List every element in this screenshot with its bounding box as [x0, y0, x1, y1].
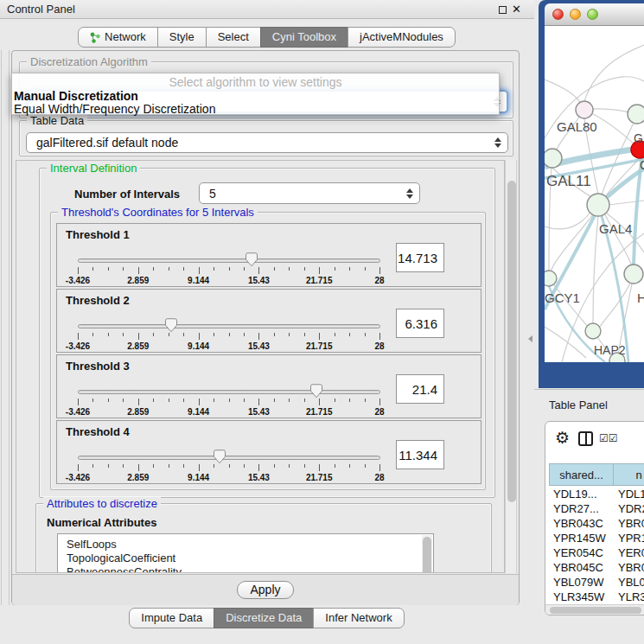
- tab-select[interactable]: Select: [206, 27, 261, 48]
- table-panel-title: Table Panel: [549, 399, 608, 411]
- algorithm-dropdown-popup: Select algorithm to view settings Manual…: [11, 73, 500, 115]
- network-canvas[interactable]: GAL80GACGAL11GAL4GCY1HHAP2: [545, 26, 644, 362]
- tick-mark: [365, 464, 366, 468]
- scrollbar-thumb[interactable]: [507, 181, 516, 502]
- network-node-green[interactable]: [545, 271, 557, 286]
- node-label: C: [640, 158, 644, 172]
- splitter-collapse-icon[interactable]: [528, 335, 532, 342]
- attribute-item[interactable]: BetweennessCentrality: [58, 565, 433, 573]
- table-row[interactable]: YLR345WYLR3: [549, 590, 644, 605]
- slider-track[interactable]: [78, 258, 380, 263]
- tick-mark: [304, 267, 305, 271]
- threshold-value-field[interactable]: [396, 243, 444, 272]
- tick-mark: [229, 464, 230, 468]
- table-rows: YDL19...YDL1YDR27...YDR2YBR043CYBR0YPR14…: [549, 488, 644, 615]
- threshold-value-field[interactable]: [396, 309, 444, 338]
- table-row[interactable]: YBR045CYBR0: [549, 561, 644, 576]
- node-label: HAP2: [594, 343, 626, 357]
- tick-label: 9.144: [188, 276, 209, 285]
- tick-mark: [108, 333, 109, 336]
- tab-network[interactable]: Network: [78, 27, 158, 48]
- tab-impute-data[interactable]: Impute Data: [129, 608, 214, 628]
- node-label: GCY1: [545, 290, 580, 305]
- tick-mark: [244, 399, 245, 402]
- tick-mark: [78, 333, 79, 340]
- table-row[interactable]: YPR145WYPR1: [549, 532, 644, 546]
- tab-discretize-data[interactable]: Discretize Data: [214, 608, 314, 628]
- cell-name: YDR2: [618, 502, 644, 515]
- tick-mark: [229, 333, 230, 336]
- close-traffic-light-icon[interactable]: [552, 9, 564, 20]
- settings-vertical-scrollbar[interactable]: [505, 160, 517, 573]
- table-data-select[interactable]: galFiltered.sif default node: [26, 132, 508, 153]
- tick-mark: [214, 399, 214, 402]
- apply-button[interactable]: Apply: [237, 581, 294, 599]
- network-node-green[interactable]: [628, 105, 644, 124]
- column-header-shared-name[interactable]: shared...: [549, 463, 614, 486]
- attribute-item[interactable]: SelfLoops: [58, 538, 433, 552]
- number-of-intervals-select[interactable]: 5: [199, 182, 420, 204]
- float-window-icon[interactable]: [499, 6, 507, 14]
- scrollbar-thumb[interactable]: [550, 607, 641, 614]
- tab-infer-network[interactable]: Infer Network: [313, 608, 404, 628]
- tab-cyni-toolbox[interactable]: Cyni Toolbox: [260, 27, 348, 48]
- combo-stepper-icon[interactable]: [493, 133, 503, 152]
- minimize-traffic-light-icon[interactable]: [570, 9, 581, 20]
- slider-thumb[interactable]: [214, 450, 226, 464]
- slider-thumb[interactable]: [245, 252, 258, 267]
- tick-label: 28: [374, 276, 384, 285]
- cell-name: YER0: [618, 546, 644, 559]
- tab-label: Impute Data: [141, 609, 202, 628]
- network-node-green[interactable]: [585, 323, 601, 339]
- network-edge: [551, 214, 593, 271]
- algorithm-option[interactable]: Manual Discretization: [14, 89, 138, 103]
- slider-track[interactable]: [78, 456, 380, 460]
- tick-mark: [123, 464, 124, 468]
- slider-thumb[interactable]: [165, 318, 177, 333]
- threshold-value-field[interactable]: [396, 440, 444, 469]
- table-panel-titlebar: Table Panel: [534, 389, 644, 420]
- gear-icon[interactable]: ⚙: [555, 428, 570, 448]
- threshold-label: Threshold 4: [66, 425, 130, 438]
- attribute-item[interactable]: TopologicalCoefficient: [58, 552, 433, 565]
- tick-mark: [258, 464, 259, 471]
- table-row[interactable]: YBL079WYBL0: [549, 576, 644, 590]
- zoom-traffic-light-icon[interactable]: [587, 9, 598, 20]
- table-horizontal-scrollbar[interactable]: [545, 604, 644, 615]
- algorithm-option[interactable]: Equal Width/Frequency Discretization: [14, 102, 215, 116]
- slider-thumb[interactable]: [310, 384, 322, 399]
- tick-mark: [78, 464, 79, 471]
- attributes-scrollbar[interactable]: [422, 535, 432, 573]
- table-row[interactable]: YDL19...YDL1: [549, 488, 644, 502]
- network-node-green[interactable]: [587, 194, 609, 216]
- algorithm-prompt: Select algorithm to view settings: [12, 75, 499, 89]
- tick-mark: [289, 399, 290, 402]
- slider-track[interactable]: [78, 324, 380, 328]
- tick-mark: [92, 464, 93, 468]
- threshold-label: Threshold 1: [66, 228, 130, 241]
- network-window-titlebar[interactable]: [545, 3, 644, 26]
- network-node-pink[interactable]: [576, 101, 593, 118]
- tab-style[interactable]: Style: [157, 27, 207, 48]
- threshold-value-field[interactable]: [396, 374, 444, 404]
- tick-mark: [244, 464, 245, 468]
- checkbox-icons[interactable]: ☑☑: [599, 432, 618, 444]
- network-node-green[interactable]: [545, 149, 562, 168]
- combo-stepper-icon[interactable]: [405, 183, 415, 203]
- table-panel: ⚙ ☑☑ shared... n YDL19...YDL1YDR27...YDR…: [545, 421, 644, 615]
- tab-jactivemnodules[interactable]: jActiveMNodules: [348, 27, 456, 48]
- table-row[interactable]: YDR27...YDR2: [549, 502, 644, 517]
- network-node-green[interactable]: [624, 265, 643, 284]
- scrollbar-thumb[interactable]: [423, 537, 431, 573]
- tick-mark: [108, 464, 109, 468]
- table-row[interactable]: YBR043CYBR0: [549, 517, 644, 532]
- tick-label: 28: [374, 473, 384, 482]
- slider-track[interactable]: [78, 390, 380, 394]
- network-edge: [602, 121, 634, 195]
- table-row[interactable]: YER054CYER0: [549, 546, 644, 561]
- network-edge: [599, 283, 630, 328]
- split-columns-icon[interactable]: [578, 431, 593, 446]
- column-header-name[interactable]: n: [613, 463, 644, 486]
- tick-mark: [349, 267, 350, 271]
- close-icon[interactable]: ✕: [512, 2, 521, 17]
